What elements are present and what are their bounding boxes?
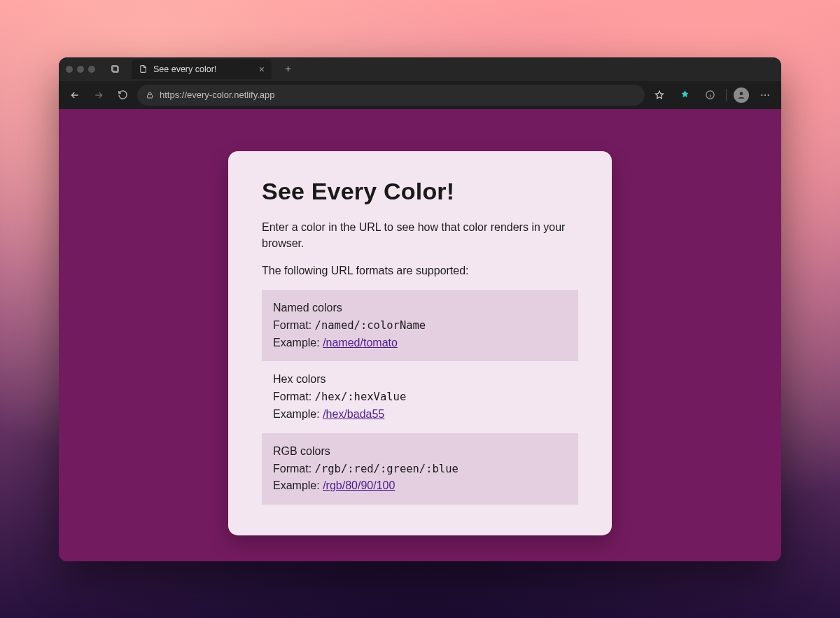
format-title: RGB colors [273, 443, 567, 461]
tab-strip: See every color! × [59, 57, 781, 81]
url-text: https://every-color.netlify.app [160, 90, 275, 100]
page-viewport: See Every Color! Enter a color in the UR… [59, 109, 781, 561]
supported-text: The following URL formats are supported: [262, 262, 578, 279]
format-code: /rgb/:red/:green/:blue [315, 463, 458, 475]
profile-avatar[interactable] [734, 87, 749, 103]
extension-icon[interactable] [676, 86, 694, 104]
svg-point-7 [768, 94, 769, 95]
tab-overview-button[interactable] [106, 60, 125, 78]
format-item: Hex colors Format: /hex/:hexValue Exampl… [262, 361, 578, 433]
toolbar-divider [726, 89, 727, 101]
forward-button[interactable] [90, 86, 108, 104]
format-label: Format: [273, 319, 315, 331]
example-link[interactable]: /rgb/80/90/100 [323, 479, 395, 491]
address-bar[interactable]: https://every-color.netlify.app [137, 85, 645, 106]
browser-tab[interactable]: See every color! × [132, 59, 272, 79]
intro-text: Enter a color in the URL to see how that… [262, 219, 578, 251]
format-code: /hex/:hexValue [315, 391, 407, 403]
reload-button[interactable] [113, 86, 132, 104]
format-title: Named colors [273, 300, 567, 317]
svg-point-5 [761, 94, 762, 95]
traffic-zoom-icon[interactable] [88, 66, 95, 73]
toolbar-right-icons [650, 86, 774, 104]
tab-title: See every color! [153, 64, 216, 74]
formats-list: Named colors Format: /named/:colorName E… [262, 290, 578, 505]
format-title: Hex colors [273, 371, 567, 388]
example-label: Example: [273, 408, 323, 420]
traffic-close-icon[interactable] [66, 66, 73, 73]
svg-rect-2 [148, 94, 153, 98]
svg-point-4 [740, 92, 743, 95]
more-menu-button[interactable] [756, 86, 774, 104]
example-label: Example: [273, 479, 323, 491]
svg-point-6 [764, 94, 766, 95]
content-card: See Every Color! Enter a color in the UR… [228, 151, 612, 536]
lock-icon [146, 91, 154, 99]
format-code: /named/:colorName [315, 319, 426, 332]
traffic-minimize-icon[interactable] [77, 66, 84, 73]
page-file-icon [139, 64, 148, 73]
info-icon[interactable] [701, 86, 719, 104]
format-item: RGB colors Format: /rgb/:red/:green/:blu… [262, 433, 578, 505]
back-button[interactable] [66, 86, 84, 104]
browser-toolbar: https://every-color.netlify.app [59, 81, 781, 109]
browser-window: See every color! × https://every-color.n… [59, 57, 781, 561]
window-traffic-lights [66, 66, 95, 73]
format-label: Format: [273, 463, 315, 475]
example-link[interactable]: /named/tomato [323, 337, 398, 349]
format-label: Format: [273, 391, 315, 402]
tab-close-button[interactable]: × [259, 64, 265, 75]
new-tab-button[interactable] [279, 60, 297, 78]
format-item: Named colors Format: /named/:colorName E… [262, 290, 578, 361]
example-link[interactable]: /hex/bada55 [323, 408, 384, 420]
favorites-button[interactable] [650, 86, 668, 104]
example-label: Example: [273, 337, 323, 349]
page-heading: See Every Color! [262, 178, 578, 205]
